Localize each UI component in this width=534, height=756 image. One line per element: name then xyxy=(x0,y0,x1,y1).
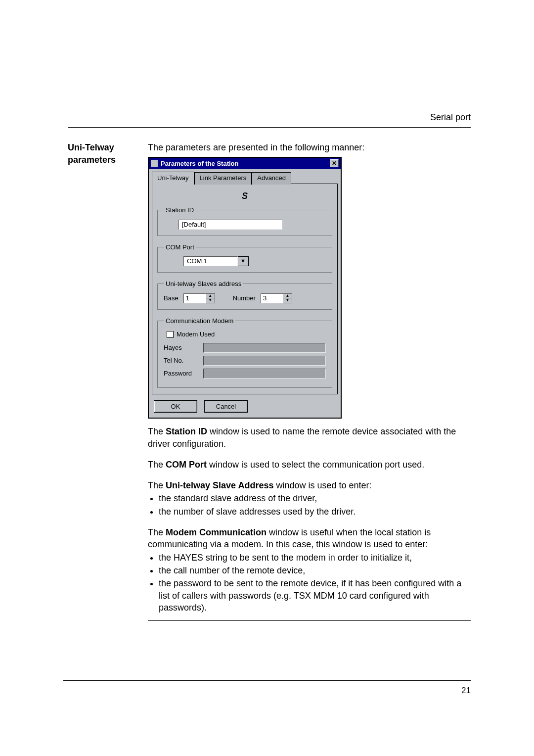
heading-line2: parameters xyxy=(68,155,116,165)
ok-button[interactable]: OK xyxy=(154,400,197,413)
header-rule xyxy=(68,127,471,128)
list-item: the call number of the remote device, xyxy=(159,565,471,576)
intro-text: The parameters are presented in the foll… xyxy=(148,142,471,153)
para-station-id: The Station ID window is used to name th… xyxy=(148,425,471,450)
legend-station-id: Station ID xyxy=(164,206,196,215)
group-modem: Communication Modem Modem Used Hayes Tel… xyxy=(157,317,332,388)
legend-com-port: COM Port xyxy=(164,243,196,252)
legend-modem: Communication Modem xyxy=(164,317,235,326)
para-modem: The Modem Communication window is useful… xyxy=(148,526,471,551)
hayes-input[interactable] xyxy=(203,343,326,353)
page-number: 21 xyxy=(461,685,471,697)
number-value[interactable]: 3 xyxy=(261,293,283,303)
dialog-tabs: Uni-Telway Link Parameters Advanced xyxy=(149,169,341,184)
brand-icon: S xyxy=(157,190,332,202)
tab-uni-telway[interactable]: Uni-Telway xyxy=(152,172,194,184)
tab-panel: S Station ID [Default] COM Port COM 1 ▼ xyxy=(152,184,338,394)
label-telno: Tel No. xyxy=(164,356,203,365)
com-port-combo[interactable]: COM 1 ▼ xyxy=(183,256,249,266)
tab-advanced[interactable]: Advanced xyxy=(252,172,291,185)
label-base: Base xyxy=(164,294,178,303)
label-password: Password xyxy=(164,369,203,378)
spin-down-icon[interactable]: ▼ xyxy=(283,298,292,303)
password-input[interactable] xyxy=(203,369,326,378)
para-com-port: The COM Port window is used to select th… xyxy=(148,459,471,471)
list-item: the HAYES string to be sent to the modem… xyxy=(159,552,471,564)
tab-link-parameters[interactable]: Link Parameters xyxy=(194,172,252,185)
group-slaves-address: Uni-telway Slaves address Base 1 ▲ ▼ xyxy=(157,280,332,310)
footer-rule xyxy=(63,680,471,681)
section-heading: Uni-Telway parameters xyxy=(68,142,132,166)
com-port-value[interactable]: COM 1 xyxy=(183,256,238,266)
list-item: the standard slave address of the driver… xyxy=(159,492,471,504)
base-spinner[interactable]: 1 ▲ ▼ xyxy=(183,293,215,303)
dialog-titlebar: Parameters of the Station ✕ xyxy=(149,158,341,170)
number-spin-buttons[interactable]: ▲ ▼ xyxy=(283,293,292,303)
cancel-button[interactable]: Cancel xyxy=(204,400,248,413)
modem-used-label: Modem Used xyxy=(177,330,215,339)
group-station-id: Station ID [Default] xyxy=(157,206,332,236)
legend-slaves: Uni-telway Slaves address xyxy=(164,280,243,288)
para-slave-addr: The Uni-telway Slave Address window is u… xyxy=(148,479,471,491)
base-spin-buttons[interactable]: ▲ ▼ xyxy=(206,293,215,303)
station-id-input[interactable]: [Default] xyxy=(178,220,282,230)
heading-line1: Uni-Telway xyxy=(68,142,114,152)
modem-used-checkbox[interactable] xyxy=(167,331,174,338)
telno-input[interactable] xyxy=(203,356,326,366)
chevron-down-icon[interactable]: ▼ xyxy=(238,256,249,266)
list-item: the password to be sent to the remote de… xyxy=(159,577,471,614)
spin-down-icon[interactable]: ▼ xyxy=(206,298,215,303)
base-value[interactable]: 1 xyxy=(183,293,206,303)
header-context: Serial port xyxy=(68,111,471,123)
group-com-port: COM Port COM 1 ▼ xyxy=(157,243,332,273)
brand-glyph: S xyxy=(242,191,248,201)
list-modem: the HAYES string to be sent to the modem… xyxy=(148,552,471,614)
label-hayes: Hayes xyxy=(164,343,203,352)
section-end-rule xyxy=(148,620,471,621)
system-menu-icon[interactable] xyxy=(151,160,158,167)
number-spinner[interactable]: 3 ▲ ▼ xyxy=(261,293,292,303)
close-icon[interactable]: ✕ xyxy=(330,159,339,167)
dialog-title: Parameters of the Station xyxy=(161,159,330,168)
list-slave-addr: the standard slave address of the driver… xyxy=(148,492,471,518)
station-parameters-dialog: Parameters of the Station ✕ Uni-Telway L… xyxy=(148,157,342,419)
list-item: the number of slave addresses used by th… xyxy=(159,506,471,518)
label-number: Number xyxy=(233,294,256,303)
